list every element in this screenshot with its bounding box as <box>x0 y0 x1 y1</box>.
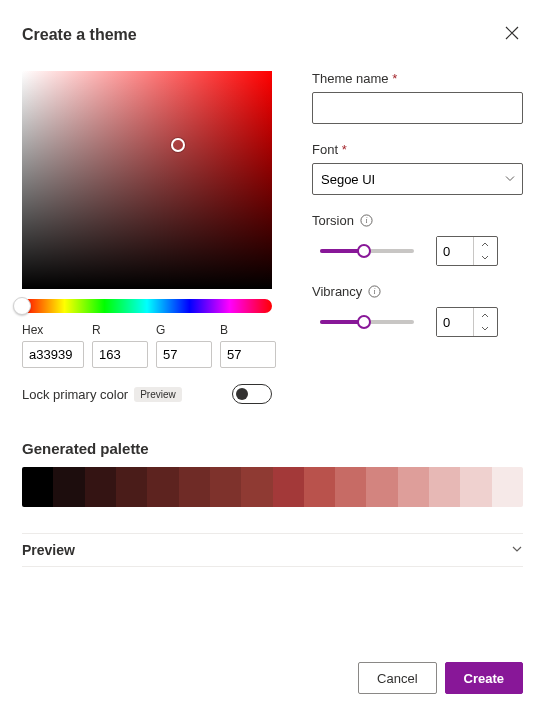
torsion-spinner[interactable] <box>436 236 498 266</box>
theme-name-label: Theme name * <box>312 71 523 86</box>
hue-thumb[interactable] <box>13 297 31 315</box>
palette-swatch <box>179 467 210 507</box>
r-label: R <box>92 323 148 337</box>
chevron-down-icon <box>511 543 523 558</box>
palette-swatch <box>85 467 116 507</box>
vibrancy-decrement[interactable] <box>474 322 495 334</box>
required-marker: * <box>342 142 347 157</box>
vibrancy-slider[interactable] <box>320 320 414 324</box>
color-saturation-value-area[interactable] <box>22 71 272 289</box>
palette-swatch <box>398 467 429 507</box>
theme-name-input[interactable] <box>312 92 523 124</box>
palette-swatch <box>335 467 366 507</box>
font-select[interactable] <box>312 163 523 195</box>
torsion-value-input[interactable] <box>437 237 473 265</box>
info-icon[interactable]: i <box>360 214 373 227</box>
palette-swatch <box>210 467 241 507</box>
generated-palette-heading: Generated palette <box>22 440 523 457</box>
hue-slider[interactable] <box>22 299 272 313</box>
palette-swatch <box>241 467 272 507</box>
preview-accordion[interactable]: Preview <box>22 533 523 567</box>
palette-swatch <box>22 467 53 507</box>
palette-swatch <box>492 467 523 507</box>
torsion-slider-thumb[interactable] <box>357 244 371 258</box>
palette-swatch <box>366 467 397 507</box>
close-icon <box>505 26 519 40</box>
torsion-slider[interactable] <box>320 249 414 253</box>
lock-primary-toggle[interactable] <box>232 384 272 404</box>
vibrancy-value-input[interactable] <box>437 308 473 336</box>
vibrancy-slider-thumb[interactable] <box>357 315 371 329</box>
torsion-increment[interactable] <box>474 239 495 251</box>
dialog-title: Create a theme <box>22 26 137 44</box>
required-marker: * <box>392 71 397 86</box>
palette-swatch <box>147 467 178 507</box>
g-label: G <box>156 323 212 337</box>
palette-swatch <box>53 467 84 507</box>
r-input[interactable] <box>92 341 148 368</box>
torsion-decrement[interactable] <box>474 251 495 263</box>
font-label: Font * <box>312 142 523 157</box>
torsion-label: Torsion i <box>312 213 523 228</box>
preview-label: Preview <box>22 542 75 558</box>
palette-swatch <box>460 467 491 507</box>
svg-text:i: i <box>365 216 367 225</box>
generated-palette <box>22 467 523 507</box>
vibrancy-increment[interactable] <box>474 310 495 322</box>
hex-input[interactable] <box>22 341 84 368</box>
palette-swatch <box>116 467 147 507</box>
sv-thumb[interactable] <box>171 138 185 152</box>
palette-swatch <box>429 467 460 507</box>
palette-swatch <box>304 467 335 507</box>
g-input[interactable] <box>156 341 212 368</box>
b-label: B <box>220 323 276 337</box>
close-button[interactable] <box>501 22 523 47</box>
info-icon[interactable]: i <box>368 285 381 298</box>
palette-swatch <box>273 467 304 507</box>
lock-primary-label: Lock primary color <box>22 387 128 402</box>
vibrancy-label: Vibrancy i <box>312 284 523 299</box>
svg-text:i: i <box>373 287 375 296</box>
hex-label: Hex <box>22 323 84 337</box>
b-input[interactable] <box>220 341 276 368</box>
cancel-button[interactable]: Cancel <box>358 662 436 694</box>
preview-badge: Preview <box>134 387 182 402</box>
create-button[interactable]: Create <box>445 662 523 694</box>
vibrancy-spinner[interactable] <box>436 307 498 337</box>
toggle-knob <box>236 388 248 400</box>
